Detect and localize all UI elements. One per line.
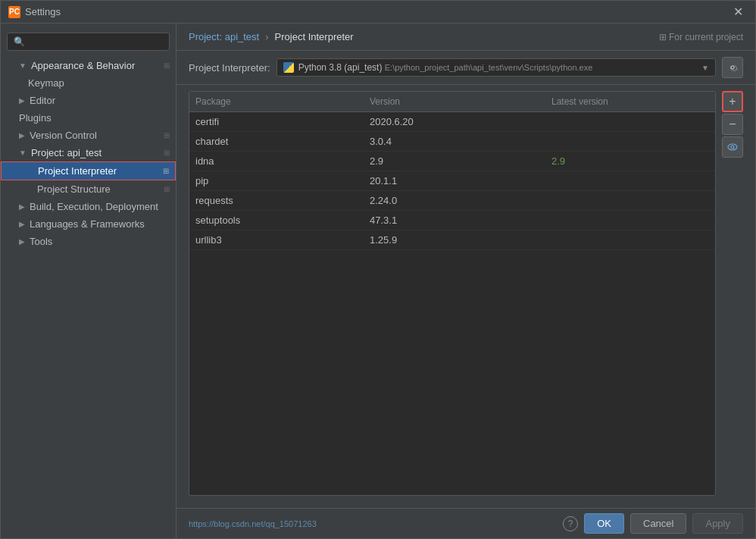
cell-latest-urllib3 bbox=[545, 234, 715, 246]
expand-arrow-version: ▶ bbox=[19, 131, 25, 139]
title-bar-left: PC Settings bbox=[8, 6, 61, 18]
table-body: certifi 2020.6.20 chardet 3.0.4 idna bbox=[189, 112, 715, 495]
interpreter-value: Python 3.8 (api_test) E:\python_project_… bbox=[298, 62, 697, 73]
sidebar-label-plugins: Plugins bbox=[19, 112, 52, 124]
cell-version-requests: 2.24.0 bbox=[364, 195, 545, 206]
cell-version-pip: 20.1.1 bbox=[364, 175, 545, 186]
copy-icon-project: ⊞ bbox=[164, 149, 170, 157]
cell-version-chardet: 3.0.4 bbox=[364, 136, 545, 147]
cell-package-chardet: chardet bbox=[189, 136, 364, 147]
interpreter-row: Project Interpreter: Python 3.8 (api_tes… bbox=[177, 51, 755, 85]
cell-latest-pip bbox=[545, 175, 715, 186]
expand-arrow-tools: ▶ bbox=[19, 237, 25, 246]
svg-point-0 bbox=[728, 144, 737, 150]
cell-latest-certifi bbox=[545, 116, 715, 127]
table-row[interactable]: urllib3 1.25.9 bbox=[189, 230, 715, 250]
sidebar-item-version-control[interactable]: ▶ Version Control ⊞ bbox=[1, 127, 176, 144]
interpreter-gear-button[interactable] bbox=[722, 57, 743, 78]
cell-version-idna: 2.9 bbox=[364, 155, 545, 167]
copy-icon-interpreter: ⊞ bbox=[163, 167, 169, 175]
close-button[interactable]: ✕ bbox=[729, 3, 748, 20]
title-bar: PC Settings ✕ bbox=[1, 1, 755, 24]
copy-icon-appearance: ⊞ bbox=[164, 61, 170, 70]
table-row[interactable]: requests 2.24.0 bbox=[189, 191, 715, 211]
footer-link[interactable]: https://blog.csdn.net/qq_15071263 bbox=[189, 519, 317, 528]
remove-package-button[interactable]: − bbox=[722, 114, 743, 135]
interpreter-select[interactable]: Python 3.8 (api_test) E:\python_project_… bbox=[276, 58, 716, 77]
python-icon bbox=[283, 62, 294, 73]
cell-version-certifi: 2020.6.20 bbox=[364, 116, 545, 127]
sidebar-item-keymap[interactable]: Keymap bbox=[1, 74, 176, 92]
table-row[interactable]: pip 20.1.1 bbox=[189, 171, 715, 191]
sidebar-label-editor: Editor bbox=[30, 95, 55, 106]
expand-arrow-languages: ▶ bbox=[19, 220, 25, 228]
table-row[interactable]: idna 2.9 2.9 bbox=[189, 152, 715, 171]
sidebar-item-tools[interactable]: ▶ Tools bbox=[1, 233, 176, 250]
cell-package-requests: requests bbox=[189, 195, 364, 206]
expand-arrow-appearance: ▼ bbox=[19, 61, 27, 70]
right-panel: Project: api_test › Project Interpreter … bbox=[177, 24, 755, 538]
sidebar-item-project-interpreter[interactable]: Project Interpreter ⊞ bbox=[1, 161, 176, 180]
cell-latest-chardet bbox=[545, 136, 715, 147]
search-input[interactable] bbox=[7, 33, 170, 51]
cell-package-certifi: certifi bbox=[189, 116, 364, 127]
cell-package-idna: idna bbox=[189, 155, 364, 167]
expand-arrow-build: ▶ bbox=[19, 202, 25, 211]
settings-window: PC Settings ✕ ▼ Appearance & Behavior ⊞ … bbox=[0, 0, 756, 539]
app-icon: PC bbox=[8, 6, 20, 18]
sidebar-label-appearance-behavior: Appearance & Behavior bbox=[31, 60, 135, 71]
packages-area: Package Version Latest version certifi 2… bbox=[177, 85, 755, 508]
sidebar-label-version-control: Version Control bbox=[30, 130, 97, 141]
column-header-latest: Latest version bbox=[545, 96, 715, 107]
sidebar-item-editor[interactable]: ▶ Editor bbox=[1, 92, 176, 109]
cell-package-urllib3: urllib3 bbox=[189, 234, 364, 246]
sidebar-label-project: Project: api_test bbox=[31, 147, 102, 158]
cell-version-urllib3: 1.25.9 bbox=[364, 234, 545, 246]
sidebar-item-build-execution[interactable]: ▶ Build, Execution, Deployment bbox=[1, 198, 176, 215]
column-header-version: Version bbox=[364, 96, 545, 107]
cell-package-setuptools: setuptools bbox=[189, 215, 364, 226]
apply-button[interactable]: Apply bbox=[692, 513, 743, 534]
breadcrumb-for-project: ⊞ For current project bbox=[659, 32, 743, 42]
copy-icon-structure: ⊞ bbox=[164, 185, 170, 193]
sidebar-item-plugins[interactable]: Plugins bbox=[1, 109, 176, 127]
packages-table: Package Version Latest version certifi 2… bbox=[189, 91, 716, 496]
table-row[interactable]: setuptools 47.3.1 bbox=[189, 211, 715, 230]
cell-package-pip: pip bbox=[189, 175, 364, 186]
breadcrumb: Project: api_test › Project Interpreter … bbox=[177, 24, 755, 51]
expand-arrow-editor: ▶ bbox=[19, 96, 25, 105]
interpreter-label: Project Interpreter: bbox=[189, 62, 270, 74]
table-row[interactable]: certifi 2020.6.20 bbox=[189, 112, 715, 132]
view-package-button[interactable] bbox=[722, 136, 743, 158]
sidebar-label-project-structure: Project Structure bbox=[37, 183, 111, 195]
window-title: Settings bbox=[25, 6, 61, 17]
column-header-package: Package bbox=[189, 96, 364, 107]
sidebar-label-tools: Tools bbox=[30, 236, 52, 247]
copy-icon-vc: ⊞ bbox=[164, 131, 170, 139]
cell-latest-idna: 2.9 bbox=[545, 155, 715, 167]
help-button[interactable]: ? bbox=[563, 516, 578, 531]
packages-wrapper: Package Version Latest version certifi 2… bbox=[189, 85, 743, 496]
interpreter-dropdown-arrow: ▼ bbox=[701, 64, 709, 72]
add-package-button[interactable]: + bbox=[722, 91, 743, 112]
breadcrumb-current: Project Interpreter bbox=[275, 31, 354, 42]
footer: https://blog.csdn.net/qq_15071263 ? OK C… bbox=[177, 508, 755, 538]
cell-latest-requests bbox=[545, 195, 715, 206]
sidebar-item-languages-frameworks[interactable]: ▶ Languages & Frameworks bbox=[1, 215, 176, 233]
sidebar: ▼ Appearance & Behavior ⊞ Keymap ▶ Edito… bbox=[1, 24, 177, 538]
sidebar-item-appearance-behavior[interactable]: ▼ Appearance & Behavior ⊞ bbox=[1, 57, 176, 74]
sidebar-item-project-api-test[interactable]: ▼ Project: api_test ⊞ bbox=[1, 144, 176, 161]
cell-latest-setuptools bbox=[545, 215, 715, 226]
sidebar-label-project-interpreter: Project Interpreter bbox=[38, 165, 117, 177]
sidebar-label-build-execution: Build, Execution, Deployment bbox=[30, 201, 158, 212]
packages-actions: + − bbox=[722, 91, 743, 496]
sidebar-item-project-structure[interactable]: Project Structure ⊞ bbox=[1, 180, 176, 198]
ok-button[interactable]: OK bbox=[584, 513, 624, 534]
breadcrumb-parent[interactable]: Project: api_test bbox=[189, 31, 259, 42]
cancel-button[interactable]: Cancel bbox=[630, 513, 686, 534]
cell-version-setuptools: 47.3.1 bbox=[364, 215, 545, 226]
expand-arrow-project: ▼ bbox=[19, 149, 27, 157]
sidebar-label-keymap: Keymap bbox=[28, 77, 64, 89]
svg-point-1 bbox=[731, 146, 734, 149]
table-row[interactable]: chardet 3.0.4 bbox=[189, 132, 715, 152]
